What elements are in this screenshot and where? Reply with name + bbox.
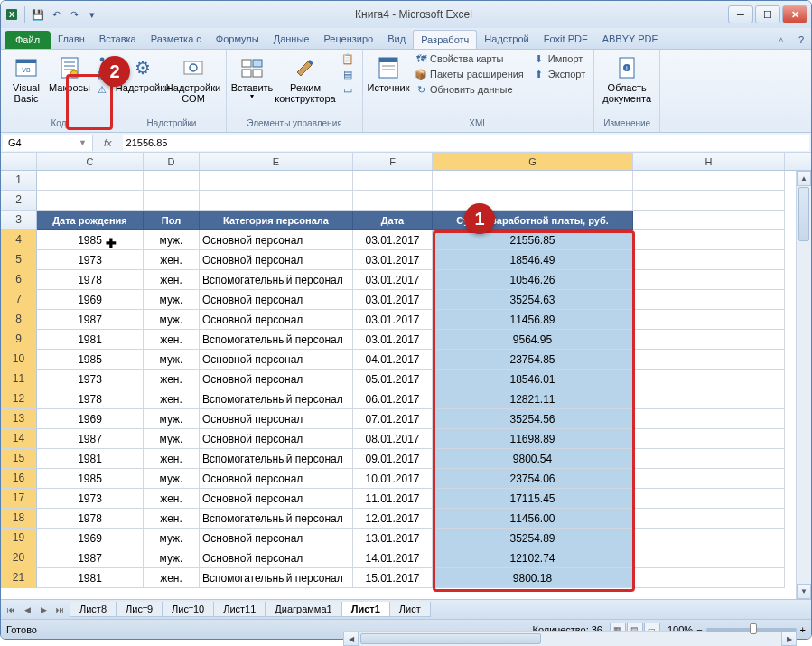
cell[interactable] [633,171,785,191]
cell[interactable] [633,290,785,310]
col-header-f[interactable]: F [353,153,433,170]
scroll-left-button[interactable]: ◀ [343,632,359,640]
col-header-h[interactable]: H [633,153,785,170]
cell[interactable]: муж. [144,350,200,370]
cell[interactable] [633,469,785,489]
cell[interactable]: Основной персонал [200,250,353,270]
maximize-button[interactable]: ☐ [755,5,780,23]
ribbon-tab[interactable]: ABBYY PDF [595,30,666,49]
row-header[interactable]: 15 [1,449,37,469]
cell[interactable]: 1981 [37,568,144,588]
cell[interactable] [633,270,785,290]
cell[interactable]: 04.01.2017 [353,350,433,370]
cell[interactable]: муж. [144,469,200,489]
formula-input[interactable]: 21556.85 [123,135,809,151]
cell[interactable] [144,191,200,211]
cell[interactable] [633,230,785,250]
cell-selected[interactable]: 23754.85 [433,350,633,370]
cell[interactable]: Основной персонал [200,290,353,310]
cell[interactable] [633,250,785,270]
cell[interactable]: Вспомогательный персонал [200,330,353,350]
cell[interactable]: 11.01.2017 [353,489,433,509]
row-header[interactable]: 18 [1,509,37,529]
cell[interactable] [37,191,144,211]
cell[interactable]: 1978 [37,509,144,529]
cell[interactable]: 05.01.2017 [353,370,433,389]
vertical-scrollbar[interactable]: ▲ ▼ [796,171,811,599]
cell[interactable]: 03.01.2017 [353,330,433,350]
cell[interactable]: 03.01.2017 [353,290,433,310]
sheet-tab[interactable]: Лист8 [70,602,117,617]
tab-nav-prev-icon[interactable]: ◀ [20,605,34,614]
cell[interactable] [633,191,785,211]
ribbon-tab[interactable]: Разметка с [144,30,209,49]
cell[interactable]: Вспомогательный персонал [200,389,353,409]
cell[interactable]: 1969 [37,529,144,548]
ribbon-tab[interactable]: Вид [380,30,413,49]
row-header[interactable]: 21 [1,568,37,588]
cell[interactable]: 10.01.2017 [353,469,433,489]
header-cell[interactable]: Дата рождения [37,211,144,230]
minimize-ribbon-icon[interactable]: ▵ [771,30,791,49]
cell-selected[interactable]: 35254.63 [433,290,633,310]
cell[interactable]: жен. [144,370,200,389]
cell-selected[interactable]: 9800.18 [433,568,633,588]
ribbon-tab[interactable]: Надстрой [477,30,536,49]
cell[interactable]: 1987 [37,548,144,568]
cell[interactable]: Основной персонал [200,529,353,548]
cell[interactable]: Вспомогательный персонал [200,270,353,290]
cell[interactable]: муж. [144,230,200,250]
cell[interactable]: 1981 [37,449,144,469]
run-dialog-button[interactable]: ▭ [339,82,357,97]
row-header[interactable]: 10 [1,350,37,370]
cell[interactable]: жен. [144,449,200,469]
cell[interactable]: 03.01.2017 [353,230,433,250]
cell[interactable]: 1973 [37,489,144,509]
sheet-tab[interactable]: Лист1 [341,602,390,617]
cell[interactable]: 1985 [37,469,144,489]
cell[interactable]: жен. [144,389,200,409]
cell[interactable]: 1985 [37,350,144,370]
cell[interactable] [633,310,785,330]
cell-selected[interactable]: 9564.95 [433,330,633,350]
cell-selected[interactable]: 35254.89 [433,529,633,548]
cell[interactable]: жен. [144,568,200,588]
help-icon[interactable]: ? [791,31,811,49]
cell-selected[interactable]: 17115.45 [433,489,633,509]
scroll-right-button[interactable]: ▶ [781,632,797,640]
row-header[interactable]: 16 [1,469,37,489]
cell[interactable]: Вспомогательный персонал [200,568,353,588]
cell[interactable] [200,171,353,191]
qat-dropdown-icon[interactable]: ▾ [85,7,99,22]
cell[interactable] [353,191,433,211]
row-header[interactable]: 3 [1,211,37,230]
cell[interactable] [633,370,785,389]
cell[interactable]: 15.01.2017 [353,568,433,588]
cell[interactable]: 03.01.2017 [353,250,433,270]
cell[interactable]: 1987 [37,429,144,449]
insert-control-button[interactable]: Вставить ▾ [232,51,272,103]
row-header[interactable]: 1 [1,171,37,191]
row-header[interactable]: 6 [1,270,37,290]
expansion-button[interactable]: 📦Пакеты расширения [412,67,527,81]
visual-basic-button[interactable]: VB Visual Basic [6,51,46,106]
cell[interactable]: 1987 [37,310,144,330]
cell[interactable] [144,171,200,191]
row-header[interactable]: 12 [1,389,37,409]
cell[interactable]: муж. [144,290,200,310]
cell-selected[interactable]: 11456.89 [433,310,633,330]
cell[interactable]: 1969 [37,290,144,310]
cell[interactable]: 1981 [37,330,144,350]
scroll-thumb[interactable] [798,187,809,241]
cell[interactable] [633,211,785,230]
cell[interactable]: Вспомогательный персонал [200,449,353,469]
ribbon-tab[interactable]: Данные [266,30,317,49]
cell[interactable]: Основной персонал [200,310,353,330]
sheet-tab[interactable]: Лист11 [213,602,266,617]
cell-selected[interactable]: 11456.00 [433,509,633,529]
col-header-d[interactable]: D [144,153,200,170]
ribbon-tab[interactable]: Вставка [92,30,144,49]
cell[interactable]: 13.01.2017 [353,529,433,548]
col-header-g[interactable]: G [433,153,633,170]
tab-nav-next-icon[interactable]: ▶ [36,605,51,614]
